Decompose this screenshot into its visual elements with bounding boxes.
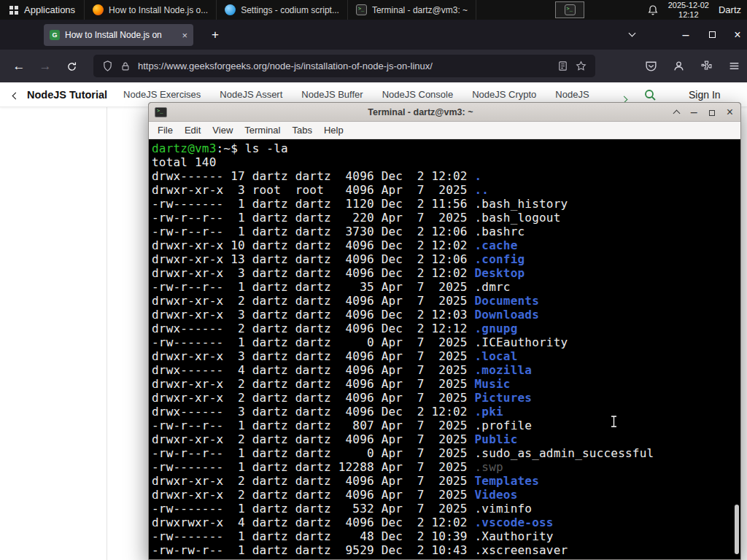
- menu-item-tabs[interactable]: Tabs: [286, 125, 317, 136]
- file-name: .vscode-oss: [474, 516, 553, 529]
- page-sidebar-divider: [107, 107, 107, 560]
- chevron-left-icon: [12, 92, 20, 99]
- file-meta: -rw------- 1 dartz dartz 48 Dec 2 10:39: [152, 529, 474, 543]
- maximize-window-button[interactable]: [709, 106, 715, 119]
- site-nav-link[interactable]: NodeJS Buffer: [301, 89, 363, 100]
- terminal-line: drwx------ 2 dartz dartz 4096 Dec 2 12:1…: [152, 322, 740, 335]
- terminal-line: drwxr-xr-x 2 dartz dartz 4096 Apr 7 2025…: [152, 377, 740, 391]
- browser-tab[interactable]: How to Install Node.js on ×: [44, 24, 193, 46]
- menu-item-view[interactable]: View: [206, 125, 239, 136]
- menu-item-file[interactable]: File: [152, 125, 179, 136]
- terminal-app-icon: [155, 107, 167, 117]
- new-tab-button[interactable]: +: [206, 26, 224, 44]
- file-meta: -rw------- 1 dartz dartz 532 Apr 7 2025: [152, 502, 474, 516]
- file-name: .: [474, 169, 481, 183]
- padlock-icon[interactable]: [120, 61, 131, 71]
- terminal-titlebar[interactable]: Terminal - dartz@vm3: ~ – ×: [149, 103, 740, 122]
- menu-item-edit[interactable]: Edit: [179, 125, 206, 136]
- typed-command: ls -la: [245, 141, 288, 155]
- search-icon[interactable]: [643, 88, 657, 101]
- terminal-line: -rw------- 1 dartz dartz 12288 Apr 7 202…: [152, 460, 740, 474]
- file-name: .bashrc: [474, 225, 525, 238]
- nav-scroll-left-button[interactable]: [13, 88, 18, 101]
- taskbar-item[interactable]: Settings - codium script...: [217, 0, 348, 20]
- file-meta: drwx------ 3 dartz dartz 4096 Dec 2 12:0…: [152, 405, 474, 419]
- url-bar[interactable]: https://www.geeksforgeeks.org/node-js/in…: [93, 55, 595, 77]
- close-icon: ×: [734, 29, 740, 41]
- terminal-line: -rw------- 1 dartz dartz 48 Dec 2 10:39 …: [152, 529, 740, 543]
- file-meta: -rw-r--r-- 1 dartz dartz 220 Apr 7 2025: [152, 211, 474, 225]
- terminal-line: -rw-r--r-- 1 dartz dartz 3730 Dec 2 12:0…: [152, 225, 740, 238]
- file-name: .xscreensaver: [474, 543, 568, 557]
- file-name: .bash_history: [474, 197, 568, 211]
- file-meta: drwxr-xr-x 3 dartz dartz 4096 Dec 2 12:0…: [152, 266, 474, 280]
- minimize-window-button[interactable]: –: [691, 106, 697, 119]
- site-nav-link[interactable]: NodeJS Console: [382, 89, 454, 100]
- user-menu[interactable]: Dartz: [719, 4, 743, 15]
- terminal-prompt-line: dartz@vm3:~$ ls -la: [152, 141, 740, 155]
- file-name: .bash_logout: [474, 211, 560, 225]
- menu-item-terminal[interactable]: Terminal: [239, 125, 286, 136]
- account-icon[interactable]: [673, 60, 685, 72]
- shade-window-button[interactable]: [674, 106, 679, 119]
- file-meta: drwxr-xr-x 3 dartz dartz 4096 Dec 2 12:0…: [152, 308, 474, 322]
- file-name: ..: [474, 183, 489, 197]
- terminal-line: -rw------- 1 dartz dartz 0 Apr 7 2025 .I…: [152, 335, 740, 349]
- terminal-line: drwxr-xr-x 3 dartz dartz 4096 Dec 2 12:0…: [152, 308, 740, 322]
- chevron-up-icon: [673, 109, 680, 117]
- terminal-line: drwxr-xr-x 13 dartz dartz 4096 Dec 2 12:…: [152, 252, 740, 266]
- sign-in-button[interactable]: Sign In: [689, 89, 721, 101]
- reload-icon: [66, 61, 77, 72]
- file-meta: -rw------- 1 dartz dartz 0 Apr 7 2025: [152, 335, 474, 349]
- terminal-content[interactable]: dartz@vm3:~$ ls -la total 140 drwx------…: [149, 139, 740, 559]
- window-maximize-button[interactable]: [703, 20, 721, 50]
- applications-grid-icon: [9, 5, 19, 15]
- notification-bell-icon[interactable]: [647, 4, 659, 16]
- menu-hamburger-icon[interactable]: [728, 60, 740, 72]
- tab-favicon-icon: [50, 30, 60, 40]
- tracking-shield-icon[interactable]: [102, 61, 113, 71]
- terminal-menubar: FileEditViewTerminalTabsHelp: [149, 122, 740, 139]
- terminal-scrollbar[interactable]: [732, 139, 740, 559]
- system-panel: Applications How to Install Node.js o...…: [0, 0, 747, 20]
- site-nav-primary[interactable]: NodeJS Tutorial: [27, 89, 107, 101]
- reload-button[interactable]: [63, 58, 80, 75]
- close-window-button[interactable]: ×: [727, 106, 733, 119]
- applications-menu[interactable]: Applications: [0, 0, 85, 20]
- tab-close-icon[interactable]: ×: [180, 30, 187, 41]
- system-tray: 2025-12-02 12:12 Dartz: [647, 0, 747, 20]
- list-all-tabs-button[interactable]: [623, 20, 640, 50]
- bookmark-star-icon[interactable]: [576, 61, 587, 71]
- window-close-button[interactable]: ×: [729, 20, 746, 50]
- terminal-line: -rw-r--r-- 1 dartz dartz 35 Apr 7 2025 .…: [152, 280, 740, 294]
- codium-icon: [225, 4, 236, 15]
- window-minimize-button[interactable]: –: [677, 20, 694, 50]
- site-nav-link[interactable]: NodeJS Crypto: [472, 89, 536, 100]
- file-name: Downloads: [474, 308, 539, 322]
- taskbar: How to Install Node.js o...Settings - co…: [85, 0, 476, 20]
- back-button[interactable]: ←: [10, 58, 28, 75]
- taskbar-item[interactable]: Terminal - dartz@vm3: ~: [348, 0, 476, 20]
- desktop: Applications How to Install Node.js o...…: [0, 0, 747, 560]
- url-input[interactable]: https://www.geeksforgeeks.org/node-js/in…: [138, 61, 550, 71]
- terminal-window: Terminal - dartz@vm3: ~ – × FileEditView…: [148, 102, 741, 560]
- menu-item-help[interactable]: Help: [318, 125, 349, 136]
- focused-window-indicator[interactable]: [555, 1, 584, 18]
- forward-button[interactable]: →: [36, 58, 54, 75]
- file-meta: -rw-r--r-- 1 dartz dartz 35 Apr 7 2025: [152, 280, 474, 294]
- file-name: Desktop: [474, 266, 525, 280]
- terminal-line: drwxr-xr-x 10 dartz dartz 4096 Dec 2 12:…: [152, 238, 740, 252]
- clock[interactable]: 2025-12-02 12:12: [668, 1, 709, 19]
- site-nav-link[interactable]: NodeJS Exercises: [123, 89, 201, 100]
- file-name: .local: [474, 349, 517, 363]
- site-nav-link[interactable]: NodeJS DNS: [555, 89, 590, 100]
- file-name: .ICEauthority: [474, 335, 568, 349]
- terminal-line: -rw-rw-r-- 1 dartz dartz 9529 Dec 2 10:4…: [152, 543, 740, 557]
- site-nav-link[interactable]: NodeJS Assert: [220, 89, 282, 100]
- taskbar-item[interactable]: How to Install Node.js o...: [85, 0, 217, 20]
- extensions-puzzle-icon[interactable]: [700, 60, 713, 72]
- pocket-icon[interactable]: [645, 60, 657, 72]
- reader-mode-icon[interactable]: [557, 61, 568, 71]
- scrollbar-thumb[interactable]: [735, 505, 739, 554]
- terminal-line: drwxr-xr-x 2 dartz dartz 4096 Apr 7 2025…: [152, 391, 740, 405]
